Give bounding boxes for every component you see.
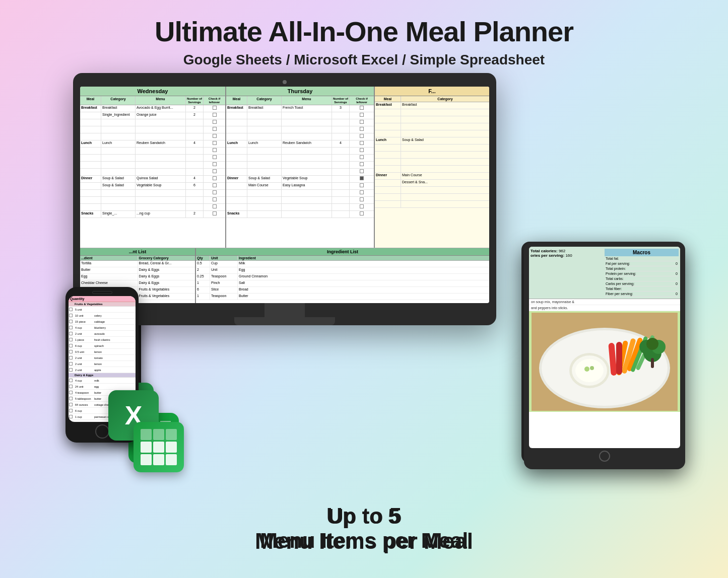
table-row <box>375 144 489 152</box>
meal-cell <box>375 201 401 207</box>
macros-label: Carbs per serving: <box>605 281 668 286</box>
table-row: SnacksSingle_......ng cup2 <box>80 211 225 218</box>
menu-cell <box>136 197 186 203</box>
unit-cell: Teaspoon <box>210 294 238 300</box>
unit-cell: Slice <box>210 287 238 293</box>
th-meal: Meal <box>226 96 247 105</box>
table-row: Soup & SaladVegetable Soup6 <box>80 183 225 190</box>
servings-cell <box>186 162 204 168</box>
category-cell: Soup & Salad <box>247 176 282 182</box>
menu-cell <box>282 155 332 161</box>
table-row <box>375 130 489 137</box>
phone-qty-v2: 1 cup <box>75 415 94 419</box>
category-cell <box>401 130 489 137</box>
table-row <box>226 197 374 204</box>
ingredient-row: 6SliceBread <box>196 287 489 294</box>
leftover-cell <box>204 197 225 203</box>
phone-row-v2: 24 unitegg <box>69 384 136 390</box>
grocery-category: Dairy & Eggs <box>138 274 195 280</box>
menu-cell <box>136 204 186 210</box>
ingredient-name: Cheddar Cheese <box>80 280 138 286</box>
ingredient-name: Butter <box>80 267 138 273</box>
meal-cell: Dinner <box>226 176 247 182</box>
phone-fv-check-spacer <box>70 303 75 306</box>
category-cell <box>101 126 136 133</box>
servings-cell <box>332 197 350 203</box>
qty-cell: 6 <box>196 287 210 293</box>
servings-cell: 4 <box>186 176 204 182</box>
phone-dairy-header-v2: Dairy & Eggs <box>69 373 136 378</box>
sg-3 <box>166 429 177 440</box>
tablet-screen-v2: Total calories: 962 ories per serving: 1… <box>529 247 680 448</box>
macros-row: Total fat: <box>605 256 679 261</box>
cal-ps-label: ories per serving: <box>531 253 564 258</box>
tablet-home-v2[interactable] <box>599 451 610 462</box>
phone-qty-v2: 2 unit <box>75 362 94 366</box>
sg-8 <box>153 454 164 465</box>
phone-row-v2: 15 piececabbage <box>69 319 136 325</box>
table-row: LunchLunchReuben Sandwich4 <box>226 140 374 148</box>
category-cell <box>247 211 282 218</box>
grocery-category: Fruits & Vegetables <box>138 294 195 300</box>
table-row <box>80 162 225 169</box>
menu-cell <box>282 112 332 119</box>
meal-cell <box>226 204 247 210</box>
meal-cell: Dinner <box>80 176 101 182</box>
macros-value <box>668 256 679 261</box>
svg-point-29 <box>646 338 658 350</box>
ingredient-cell: Salt <box>238 280 489 286</box>
table-row <box>226 204 374 211</box>
phone-row-v2: 4 cupblueberry <box>69 325 136 331</box>
spreadsheet-top: Wednesday Meal Category Menu Number of S… <box>80 87 489 248</box>
phone-row-v2: 4 cupmilk <box>69 378 136 384</box>
phone-qty-v2: 15 piece <box>75 320 94 324</box>
category-cell <box>247 133 282 140</box>
ingredient-cell: Egg <box>238 267 489 273</box>
category-cell <box>401 144 489 151</box>
phone-ingredient-v2: spinach <box>94 344 136 348</box>
grocery-category: Fruits & Vegetables <box>138 287 195 293</box>
category-cell: Main Course <box>247 183 282 189</box>
table-row <box>80 197 225 204</box>
leftover-cell <box>204 176 225 182</box>
tablet-calories: Total calories: 962 ories per serving: 1… <box>531 249 605 297</box>
ingredient-cell: Butter <box>238 294 489 300</box>
tablet-info-row: Total calories: 962 ories per serving: 1… <box>529 247 680 299</box>
macros-label: Fat per serving: <box>605 261 668 266</box>
macros-label: Total fat: <box>605 256 668 261</box>
table-row <box>226 162 374 169</box>
phone-header-qty: Quantity <box>69 296 136 302</box>
fri-body: BreakfastBreakfastLunchSoup & SaladDinne… <box>375 102 489 248</box>
servings-cell <box>332 211 350 218</box>
category-cell <box>101 155 136 161</box>
category-cell: Soup & Salad <box>401 137 489 144</box>
leftover-cell <box>350 126 374 133</box>
phone-fv-label: Fruits & Vegetables <box>75 303 135 306</box>
leftover-cell <box>350 169 374 175</box>
grocery-category: Bread, Cereal & Gr... <box>138 261 195 267</box>
menu-cell: ...ng cup <box>136 211 186 218</box>
phone-checkbox-v2 <box>69 344 73 347</box>
table-row: DinnerSoup & SaladQuinoa Salad4 <box>80 176 225 183</box>
menu-cell <box>282 169 332 175</box>
left-ing-col-headers: ...dient Grocery Category <box>80 256 195 261</box>
leftover-cell <box>204 112 225 119</box>
leftover-cell <box>204 148 225 154</box>
ingredient-name: Tortilla <box>80 261 138 267</box>
meal-cell <box>80 148 101 154</box>
category-cell <box>401 166 489 172</box>
menu-cell <box>136 133 186 140</box>
meal-cell <box>80 190 101 196</box>
table-row: LunchSoup & Salad <box>375 137 489 144</box>
thu-header-v2: Thursday <box>226 87 374 96</box>
phone-row-v2: 2 unittomato <box>69 355 136 361</box>
category-cell: Single_... <box>101 211 136 218</box>
camera-dot <box>283 80 287 84</box>
sub-title: Google Sheets / Microsoft Excel / Simple… <box>0 52 728 68</box>
phone-home-v2[interactable] <box>95 424 109 439</box>
servings-cell <box>332 148 350 154</box>
macros-label: Fiber per serving: <box>605 292 668 296</box>
leftover-cell <box>350 183 374 189</box>
li-cat-col: Grocery Category <box>138 256 195 260</box>
phone-checkbox-v2 <box>69 397 73 400</box>
